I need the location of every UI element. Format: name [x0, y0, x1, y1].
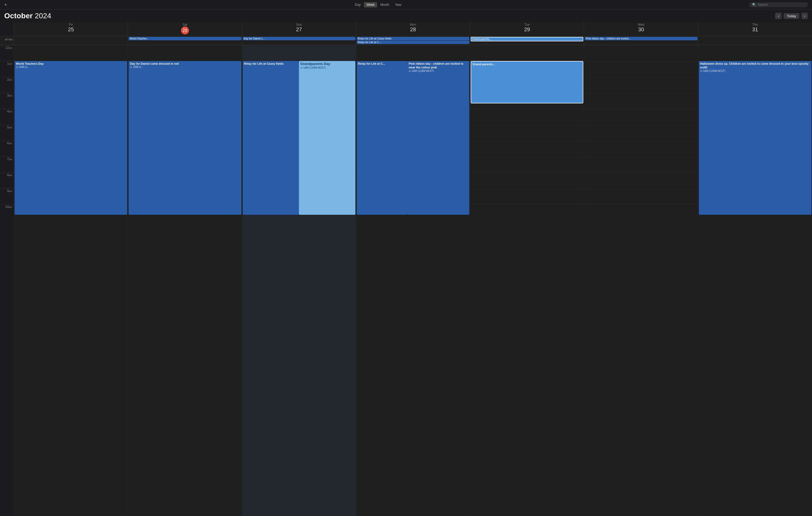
top-bar: + Day Week Month Year 🔍: [0, 0, 812, 9]
allday-event-grandparents[interactable]: Grand-parents...: [471, 37, 583, 42]
allday-event[interactable]: Relay for Life at C...: [357, 40, 469, 44]
time-12am: 12am: [0, 45, 14, 61]
next-button[interactable]: ›: [802, 13, 808, 19]
time-gutter-header: [0, 22, 14, 36]
allday-label: all-day: [0, 36, 14, 45]
view-tabs: Day Week Month Year: [352, 2, 404, 7]
allday-event[interactable]: Relay for Life at Casey fields: [357, 37, 469, 40]
allday-event[interactable]: Day for Dainel c...: [243, 37, 355, 40]
event-day-dainel[interactable]: Day for Dainel come dressed in red ⊙ 1AM…: [128, 61, 241, 215]
top-bar-left: +: [4, 2, 7, 7]
tab-month[interactable]: Month: [378, 2, 392, 7]
allday-event[interactable]: World Teacher...: [128, 37, 241, 40]
allday-wed: Pink ribbon day - children are invited..…: [584, 36, 698, 45]
col-header-sat: Sat 26: [128, 22, 242, 36]
day-col-tue: Grand-parents...: [470, 45, 584, 516]
time-grid: 12am 1am 2am 3am 4am 5am 6am 7am: [0, 45, 812, 516]
day-col-thu: Halloween dress up. Children are invited…: [698, 45, 812, 516]
event-relay-sun[interactable]: Relay for Life at Casey fields: [243, 61, 299, 215]
allday-mon: Relay for Life at Casey fields Relay for…: [356, 36, 470, 45]
search-icon: 🔍: [752, 3, 756, 7]
time-10am: 10am: [0, 204, 14, 220]
tab-day[interactable]: Day: [352, 2, 363, 7]
event-grandparents-tue[interactable]: Grand-parents...: [471, 61, 583, 103]
time-6am: 6am: [0, 140, 14, 157]
allday-event[interactable]: Pink ribbon day - children are invited..…: [585, 37, 697, 40]
day-columns: World Teachers Day ⊙ 1AM (1... Day for D…: [14, 45, 812, 516]
allday-tue: Grand-parents...: [470, 36, 584, 45]
calendar-wrapper: Fri 25 Sat 26 Sun 27 Mon 28 Tue 29 Wed 3…: [0, 22, 812, 516]
event-grandparents-day[interactable]: Grandparents Day ⊙ 1AM (12AM AEST): [299, 61, 355, 215]
event-world-teachers-day[interactable]: World Teachers Day ⊙ 1AM (1...: [14, 61, 127, 215]
tab-year[interactable]: Year: [393, 2, 404, 7]
time-7am: 7am: [0, 157, 14, 172]
allday-thu: [698, 36, 812, 45]
time-4am: 4am: [0, 109, 14, 125]
col-header-fri: Fri 25: [14, 22, 128, 36]
add-button[interactable]: +: [4, 2, 7, 7]
event-relay-mon[interactable]: Relay for Life at C...: [357, 61, 407, 215]
col-header-mon: Mon 28: [356, 22, 470, 36]
time-2am: 2am: [0, 77, 14, 93]
time-5am: 5am: [0, 125, 14, 140]
search-bar: 🔍: [750, 2, 808, 7]
nav-controls: ‹ Today ›: [775, 13, 808, 19]
prev-button[interactable]: ‹: [775, 13, 782, 19]
day-headers: Fri 25 Sat 26 Sun 27 Mon 28 Tue 29 Wed 3…: [0, 22, 812, 36]
event-pink-ribbon-mon[interactable]: Pink ribbon day - children are invited t…: [407, 61, 469, 215]
day-col-fri: World Teachers Day ⊙ 1AM (1...: [14, 45, 128, 516]
time-9am: 9am: [0, 188, 14, 204]
allday-fri: [14, 36, 128, 45]
col-header-sun: Sun 27: [242, 22, 356, 36]
today-button[interactable]: Today: [784, 13, 799, 19]
allday-row: all-day World Teacher... Day for Dainel …: [0, 36, 812, 45]
col-header-wed: Wed 30: [584, 22, 698, 36]
tab-week[interactable]: Week: [364, 2, 377, 7]
day-col-wed: [584, 45, 698, 516]
event-halloween[interactable]: Halloween dress up. Children are invited…: [699, 61, 811, 215]
calendar-title: October 2024: [4, 12, 51, 20]
time-labels: 12am 1am 2am 3am 4am 5am 6am 7am: [0, 45, 14, 516]
col-header-thu: Thu 31: [698, 22, 812, 36]
day-col-sat: Day for Dainel come dressed in red ⊙ 1AM…: [128, 45, 242, 516]
search-input[interactable]: [758, 3, 805, 7]
allday-sun: Day for Dainel c...: [242, 36, 356, 45]
time-8am: 8am: [0, 172, 14, 188]
col-header-tue: Tue 29: [470, 22, 584, 36]
day-col-sun: Relay for Life at Casey fields Grandpare…: [242, 45, 356, 516]
time-3am: 3am: [0, 93, 14, 109]
allday-sat: World Teacher...: [128, 36, 242, 45]
day-col-mon: Relay for Life at C... Pink ribbon day -…: [356, 45, 470, 516]
title-bar: October 2024 ‹ Today ›: [0, 9, 812, 22]
time-1am: 1am: [0, 61, 14, 77]
